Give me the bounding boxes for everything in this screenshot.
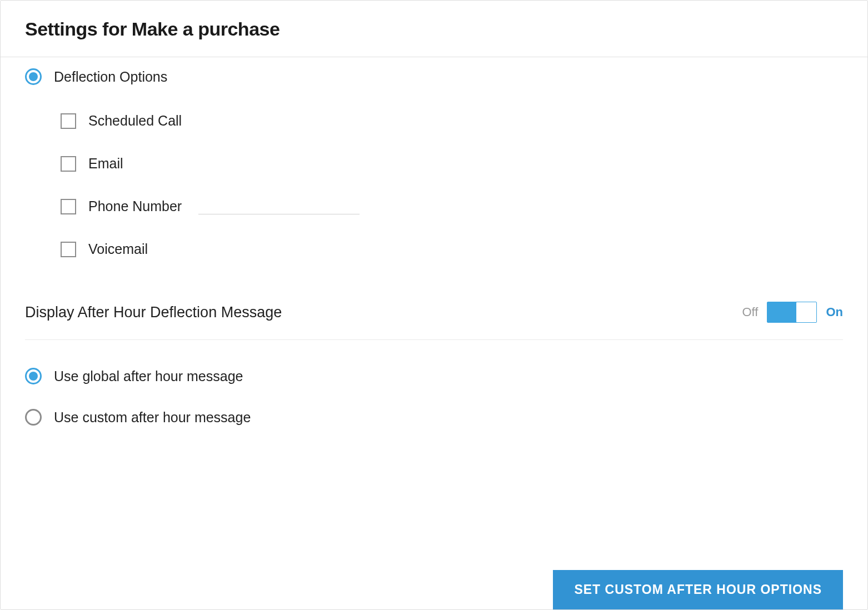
scheduled-call-label: Scheduled Call xyxy=(88,113,182,129)
use-global-row: Use global after hour message xyxy=(25,368,843,384)
display-after-hour-label: Display After Hour Deflection Message xyxy=(25,304,282,321)
phone-number-label: Phone Number xyxy=(88,198,182,214)
panel-header: Settings for Make a purchase xyxy=(1,1,867,57)
use-global-label: Use global after hour message xyxy=(54,368,243,384)
after-hours-toggle[interactable] xyxy=(767,302,817,323)
after-hours-options: Use global after hour message Use custom… xyxy=(25,368,843,426)
toggle-thumb xyxy=(796,302,816,322)
toggle-off-label: Off xyxy=(742,305,758,319)
toggle-on-label: On xyxy=(826,305,843,319)
email-checkbox[interactable] xyxy=(61,156,76,172)
deflection-heading-label: Deflection Options xyxy=(54,69,167,85)
use-custom-row: Use custom after hour message xyxy=(25,409,843,426)
scheduled-call-row: Scheduled Call xyxy=(61,113,843,129)
deflection-section: Deflection Options Scheduled Call Email … xyxy=(25,68,843,257)
email-label: Email xyxy=(88,156,123,172)
toggle-controls: Off On xyxy=(742,302,843,323)
phone-number-checkbox[interactable] xyxy=(61,199,76,214)
action-row: SET CUSTOM AFTER HOUR OPTIONS xyxy=(553,570,843,609)
set-custom-after-hour-button[interactable]: SET CUSTOM AFTER HOUR OPTIONS xyxy=(553,570,843,609)
deflection-checkbox-group: Scheduled Call Email Phone Number Voicem… xyxy=(25,113,843,257)
email-row: Email xyxy=(61,156,843,172)
panel-body: Deflection Options Scheduled Call Email … xyxy=(1,57,867,467)
phone-number-input[interactable] xyxy=(198,199,360,214)
after-hours-toggle-section: Display After Hour Deflection Message Of… xyxy=(25,302,843,340)
deflection-heading-row: Deflection Options xyxy=(25,68,843,85)
phone-number-row: Phone Number xyxy=(61,198,843,214)
voicemail-label: Voicemail xyxy=(88,241,148,257)
use-global-radio[interactable] xyxy=(25,368,42,384)
scheduled-call-checkbox[interactable] xyxy=(61,113,76,129)
deflection-radio[interactable] xyxy=(25,68,42,85)
settings-panel: Settings for Make a purchase Deflection … xyxy=(0,0,868,610)
page-title: Settings for Make a purchase xyxy=(25,18,843,40)
use-custom-radio[interactable] xyxy=(25,409,42,426)
voicemail-checkbox[interactable] xyxy=(61,242,76,257)
use-custom-label: Use custom after hour message xyxy=(54,409,251,426)
voicemail-row: Voicemail xyxy=(61,241,843,257)
